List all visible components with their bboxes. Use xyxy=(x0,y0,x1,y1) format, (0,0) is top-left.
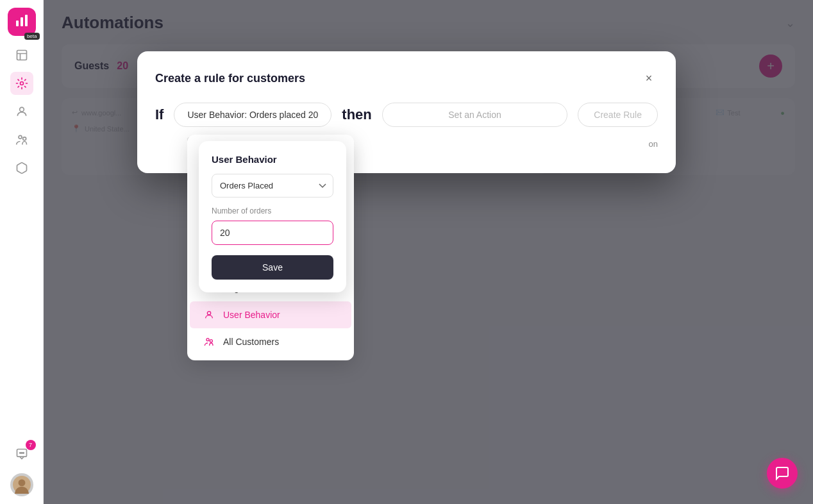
number-of-orders-input[interactable] xyxy=(212,221,333,245)
if-label: If xyxy=(155,106,163,123)
modal-header: Create a rule for customers × xyxy=(155,69,658,87)
svg-point-22 xyxy=(206,339,209,341)
ub-save-button[interactable]: Save xyxy=(212,255,333,280)
all-customers-icon xyxy=(203,335,215,348)
action-pill[interactable]: Set an Action xyxy=(382,103,568,127)
modal-backdrop: Create a rule for customers × If User Be… xyxy=(0,0,813,504)
chat-bubble[interactable] xyxy=(767,458,798,489)
modal-title: Create a rule for customers xyxy=(155,72,305,85)
svg-point-21 xyxy=(207,312,210,315)
ub-panel-title: User Behavior xyxy=(212,154,333,165)
modal-close-button[interactable]: × xyxy=(640,69,658,87)
user-behavior-icon xyxy=(203,308,215,321)
dropdown-item-all-customers[interactable]: All Customers xyxy=(190,328,351,355)
orders-placed-select[interactable]: Orders Placed xyxy=(212,174,333,197)
all-customers-label: All Customers xyxy=(223,337,279,347)
svg-point-23 xyxy=(210,340,212,342)
user-behavior-panel: User Behavior Orders Placed Number of or… xyxy=(199,141,346,292)
user-behavior-label: User Behavior xyxy=(223,310,280,320)
dropdown-item-user-behavior[interactable]: User Behavior xyxy=(190,301,351,328)
condition-pill[interactable]: User Behavior: Orders placed 20 xyxy=(174,103,331,127)
create-rule-button[interactable]: Create Rule xyxy=(578,103,658,127)
on-label: on xyxy=(649,139,658,149)
number-of-orders-label: Number of orders xyxy=(212,206,333,215)
modal-body: If User Behavior: Orders placed 20 then … xyxy=(155,103,658,127)
then-label: then xyxy=(342,106,371,123)
